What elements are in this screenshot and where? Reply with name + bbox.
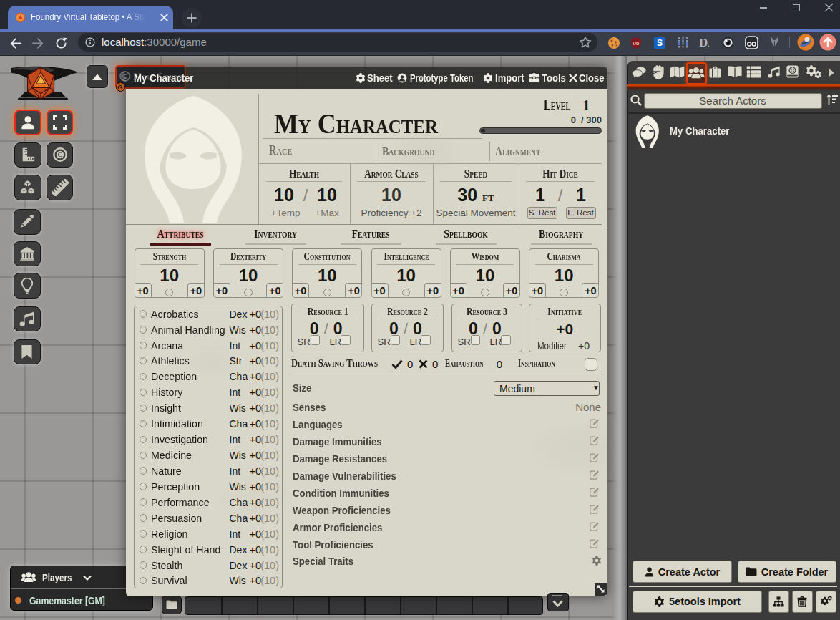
svg-text:UO: UO (633, 42, 640, 46)
